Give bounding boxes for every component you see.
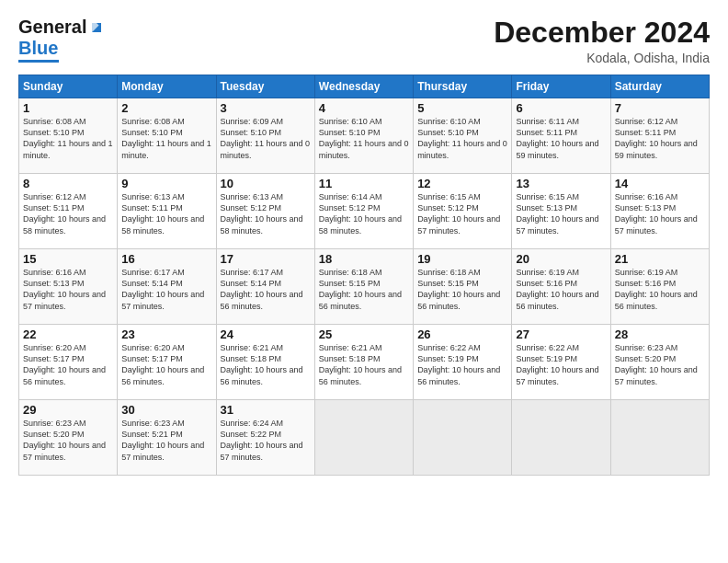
day-cell: 27Sunrise: 6:22 AMSunset: 5:19 PMDayligh… [512, 325, 610, 400]
day-details: Sunrise: 6:08 AMSunset: 5:10 PMDaylight:… [23, 116, 113, 161]
day-details: Sunrise: 6:18 AMSunset: 5:15 PMDaylight:… [319, 267, 409, 312]
day-details: Sunrise: 6:23 AMSunset: 5:21 PMDaylight:… [121, 418, 211, 463]
day-number: 20 [516, 252, 606, 266]
logo-general: General [18, 17, 86, 38]
day-details: Sunrise: 6:24 AMSunset: 5:22 PMDaylight:… [221, 418, 311, 463]
header: General Blue December 2024 Kodala, Odish… [18, 17, 710, 65]
day-cell: 10Sunrise: 6:13 AMSunset: 5:12 PMDayligh… [216, 174, 314, 249]
day-number: 9 [121, 177, 211, 190]
day-details: Sunrise: 6:10 AMSunset: 5:10 PMDaylight:… [319, 116, 409, 161]
day-details: Sunrise: 6:22 AMSunset: 5:19 PMDaylight:… [516, 342, 606, 387]
week-row-1: 1Sunrise: 6:08 AMSunset: 5:10 PMDaylight… [19, 98, 710, 174]
day-cell: 13Sunrise: 6:15 AMSunset: 5:13 PMDayligh… [512, 174, 610, 249]
col-header-sunday: Sunday [19, 75, 118, 98]
day-number: 5 [417, 101, 507, 115]
day-number: 4 [319, 101, 409, 115]
day-details: Sunrise: 6:18 AMSunset: 5:15 PMDaylight:… [417, 267, 507, 312]
day-number: 24 [221, 327, 311, 341]
col-header-thursday: Thursday [414, 75, 512, 98]
day-details: Sunrise: 6:12 AMSunset: 5:11 PMDaylight:… [23, 191, 113, 236]
day-number: 14 [615, 177, 705, 190]
day-number: 10 [221, 177, 311, 190]
day-number: 11 [319, 177, 409, 190]
day-cell: 21Sunrise: 6:19 AMSunset: 5:16 PMDayligh… [610, 249, 709, 325]
calendar-table: SundayMondayTuesdayWednesdayThursdayFrid… [18, 75, 710, 476]
day-number: 2 [121, 101, 211, 115]
day-cell: 24Sunrise: 6:21 AMSunset: 5:18 PMDayligh… [216, 325, 314, 400]
day-details: Sunrise: 6:13 AMSunset: 5:12 PMDaylight:… [221, 191, 311, 236]
day-cell: 19Sunrise: 6:18 AMSunset: 5:15 PMDayligh… [414, 249, 512, 325]
day-details: Sunrise: 6:19 AMSunset: 5:16 PMDaylight:… [516, 267, 606, 312]
day-cell: 26Sunrise: 6:22 AMSunset: 5:19 PMDayligh… [414, 325, 512, 400]
day-cell: 20Sunrise: 6:19 AMSunset: 5:16 PMDayligh… [512, 249, 610, 325]
week-row-4: 22Sunrise: 6:20 AMSunset: 5:17 PMDayligh… [19, 325, 710, 400]
day-cell: 15Sunrise: 6:16 AMSunset: 5:13 PMDayligh… [19, 249, 118, 325]
day-number: 22 [23, 327, 113, 341]
day-cell: 6Sunrise: 6:11 AMSunset: 5:11 PMDaylight… [512, 98, 610, 174]
header-row: SundayMondayTuesdayWednesdayThursdayFrid… [19, 75, 710, 98]
day-number: 12 [417, 177, 507, 190]
day-number: 29 [23, 403, 113, 417]
day-number: 26 [417, 327, 507, 341]
logo: General Blue [18, 17, 105, 63]
day-details: Sunrise: 6:14 AMSunset: 5:12 PMDaylight:… [319, 191, 409, 236]
day-details: Sunrise: 6:20 AMSunset: 5:17 PMDaylight:… [23, 342, 113, 387]
day-number: 28 [615, 327, 705, 341]
page: General Blue December 2024 Kodala, Odish… [0, 0, 728, 563]
day-details: Sunrise: 6:13 AMSunset: 5:11 PMDaylight:… [121, 191, 211, 236]
day-details: Sunrise: 6:17 AMSunset: 5:14 PMDaylight:… [221, 267, 311, 312]
day-number: 27 [516, 327, 606, 341]
day-details: Sunrise: 6:15 AMSunset: 5:13 PMDaylight:… [516, 191, 606, 236]
day-details: Sunrise: 6:23 AMSunset: 5:20 PMDaylight:… [615, 342, 705, 387]
day-number: 21 [615, 252, 705, 266]
subtitle: Kodala, Odisha, India [494, 51, 710, 65]
day-cell: 8Sunrise: 6:12 AMSunset: 5:11 PMDaylight… [19, 174, 118, 249]
day-cell: 16Sunrise: 6:17 AMSunset: 5:14 PMDayligh… [118, 249, 216, 325]
day-cell: 12Sunrise: 6:15 AMSunset: 5:12 PMDayligh… [414, 174, 512, 249]
day-cell: 5Sunrise: 6:10 AMSunset: 5:10 PMDaylight… [414, 98, 512, 174]
day-number: 13 [516, 177, 606, 190]
day-details: Sunrise: 6:16 AMSunset: 5:13 PMDaylight:… [615, 191, 705, 236]
day-number: 17 [221, 252, 311, 266]
day-details: Sunrise: 6:20 AMSunset: 5:17 PMDaylight:… [121, 342, 211, 387]
logo-blue: Blue [18, 38, 58, 59]
day-cell: 4Sunrise: 6:10 AMSunset: 5:10 PMDaylight… [314, 98, 413, 174]
day-cell: 11Sunrise: 6:14 AMSunset: 5:12 PMDayligh… [314, 174, 413, 249]
day-number: 23 [121, 327, 211, 341]
day-details: Sunrise: 6:15 AMSunset: 5:12 PMDaylight:… [417, 191, 507, 236]
day-cell [610, 400, 709, 476]
day-cell: 2Sunrise: 6:08 AMSunset: 5:10 PMDaylight… [118, 98, 216, 174]
col-header-monday: Monday [118, 75, 216, 98]
day-details: Sunrise: 6:12 AMSunset: 5:11 PMDaylight:… [615, 116, 705, 161]
day-cell: 7Sunrise: 6:12 AMSunset: 5:11 PMDaylight… [610, 98, 709, 174]
day-details: Sunrise: 6:21 AMSunset: 5:18 PMDaylight:… [319, 342, 409, 387]
day-cell: 25Sunrise: 6:21 AMSunset: 5:18 PMDayligh… [314, 325, 413, 400]
day-number: 25 [319, 327, 409, 341]
day-details: Sunrise: 6:09 AMSunset: 5:10 PMDaylight:… [221, 116, 311, 161]
week-row-2: 8Sunrise: 6:12 AMSunset: 5:11 PMDaylight… [19, 174, 710, 249]
title-block: December 2024 Kodala, Odisha, India [494, 17, 710, 65]
day-cell [414, 400, 512, 476]
day-details: Sunrise: 6:17 AMSunset: 5:14 PMDaylight:… [121, 267, 211, 312]
logo-arrow-icon [88, 19, 105, 36]
day-details: Sunrise: 6:08 AMSunset: 5:10 PMDaylight:… [121, 116, 211, 161]
day-details: Sunrise: 6:11 AMSunset: 5:11 PMDaylight:… [516, 116, 606, 161]
week-row-5: 29Sunrise: 6:23 AMSunset: 5:20 PMDayligh… [19, 400, 710, 476]
col-header-wednesday: Wednesday [314, 75, 413, 98]
day-details: Sunrise: 6:21 AMSunset: 5:18 PMDaylight:… [221, 342, 311, 387]
col-header-tuesday: Tuesday [216, 75, 314, 98]
day-cell [512, 400, 610, 476]
day-number: 8 [23, 177, 113, 190]
day-number: 3 [221, 101, 311, 115]
week-row-3: 15Sunrise: 6:16 AMSunset: 5:13 PMDayligh… [19, 249, 710, 325]
day-number: 16 [121, 252, 211, 266]
day-number: 30 [121, 403, 211, 417]
col-header-friday: Friday [512, 75, 610, 98]
day-number: 15 [23, 252, 113, 266]
day-cell: 14Sunrise: 6:16 AMSunset: 5:13 PMDayligh… [610, 174, 709, 249]
day-details: Sunrise: 6:10 AMSunset: 5:10 PMDaylight:… [417, 116, 507, 161]
day-cell: 3Sunrise: 6:09 AMSunset: 5:10 PMDaylight… [216, 98, 314, 174]
day-number: 18 [319, 252, 409, 266]
day-cell: 28Sunrise: 6:23 AMSunset: 5:20 PMDayligh… [610, 325, 709, 400]
day-cell: 30Sunrise: 6:23 AMSunset: 5:21 PMDayligh… [118, 400, 216, 476]
